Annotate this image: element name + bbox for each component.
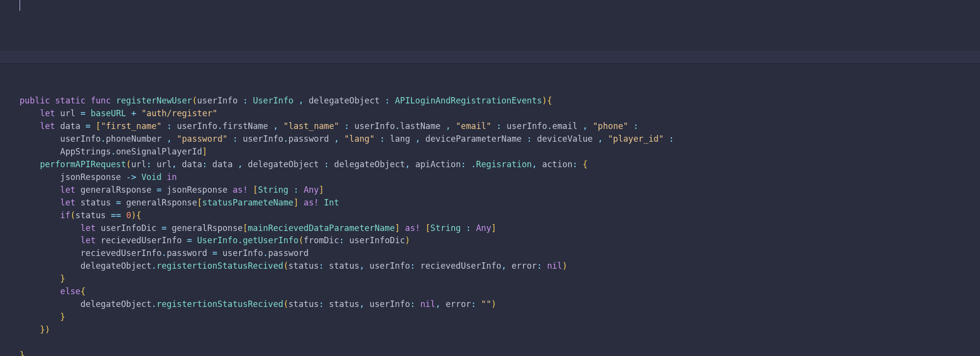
var: generalRsponse — [126, 198, 197, 207]
keyword-public: public — [20, 96, 50, 105]
var: userInfo — [222, 248, 263, 258]
function-call: performAPIRequest — [40, 159, 126, 169]
brace: { — [136, 210, 141, 220]
string: "first_name" — [101, 121, 162, 131]
string: "lang" — [344, 134, 374, 144]
colon: : — [339, 235, 344, 245]
colon: : — [669, 134, 674, 144]
colon: : — [243, 96, 247, 105]
dot: . — [162, 248, 167, 258]
arg-label: status — [288, 299, 318, 309]
var: status — [80, 198, 111, 207]
keyword-else: else — [60, 286, 80, 296]
string: "email" — [456, 121, 491, 131]
var: status — [75, 210, 106, 220]
keyword-let: let — [40, 108, 55, 118]
comma: , — [334, 134, 339, 144]
string: "password" — [177, 134, 227, 144]
type: String — [258, 185, 288, 195]
paren: ( — [298, 235, 303, 245]
prop: lastName — [400, 121, 441, 131]
brace: { — [583, 159, 588, 169]
var: userInfoDic — [101, 223, 157, 233]
closure-param: jsonResponse — [60, 172, 121, 182]
expr: userInfo — [507, 121, 547, 131]
comma: , — [415, 134, 420, 144]
paren: ( — [283, 261, 288, 271]
type: UserInfo — [253, 96, 294, 105]
colon: : — [319, 261, 324, 271]
colon: : — [527, 134, 532, 144]
arg-label: fromDic — [304, 235, 339, 245]
arg-label: userInfo — [369, 261, 410, 271]
var: url — [156, 159, 172, 169]
var: url — [60, 108, 75, 118]
type: Any — [304, 185, 319, 195]
brace: { — [80, 286, 85, 296]
param: userInfo — [197, 96, 238, 105]
expr: userInfo — [177, 121, 218, 131]
paren: ( — [71, 210, 75, 220]
comma: , — [436, 299, 441, 309]
type: UserInfo — [197, 235, 238, 245]
string: "" — [481, 299, 491, 309]
keyword-if: if — [60, 210, 71, 220]
bracket: [ — [253, 185, 258, 195]
var: userInfoDic — [349, 235, 405, 245]
colon: : — [572, 159, 577, 169]
var: jsonResponse — [167, 185, 227, 195]
keyword-let: let — [80, 235, 96, 245]
comma: , — [273, 121, 278, 131]
keyword-let: let — [60, 198, 75, 207]
colon: : — [380, 134, 385, 144]
colon: : — [147, 159, 151, 169]
code-editor[interactable]: public static func registerNewUser(userI… — [0, 89, 980, 356]
paren: ) — [491, 299, 496, 309]
string: "auth/register" — [141, 108, 217, 118]
bracket: ] — [395, 223, 400, 233]
colon: : — [471, 299, 476, 309]
comma: , — [172, 159, 177, 169]
paren: ) — [131, 210, 136, 220]
dot: . — [395, 121, 400, 131]
bracket: [ — [96, 121, 100, 131]
text-cursor — [20, 0, 20, 11]
var: recievedUserInfo — [420, 261, 502, 271]
brace: } — [60, 274, 65, 283]
keyword-as: as! — [233, 185, 248, 195]
dot: . — [471, 159, 476, 169]
expr: userInfo — [60, 134, 101, 144]
comma: , — [359, 299, 364, 309]
type: Void — [141, 172, 161, 182]
expr: userInfo — [243, 134, 283, 144]
comma: , — [405, 159, 410, 169]
param: delegateObject — [309, 96, 380, 105]
var: lang — [390, 134, 410, 144]
dot: . — [218, 121, 222, 131]
keyword-nil: nil — [547, 261, 562, 271]
op: = — [80, 108, 85, 118]
colon: : — [410, 261, 415, 271]
colon: : — [324, 159, 329, 169]
brace: { — [547, 96, 552, 105]
arg-label: delegateObject — [248, 159, 319, 169]
colon: : — [634, 121, 638, 131]
var: deviceParameterName — [425, 134, 522, 144]
var: mainRecievedDataParameterName — [248, 223, 395, 233]
number: 0 — [126, 210, 131, 220]
dot: . — [238, 235, 243, 245]
paren: ) — [405, 235, 410, 245]
colon: : — [167, 121, 172, 131]
prop: phoneNumber — [106, 134, 162, 144]
comma: , — [532, 159, 537, 169]
string: "phone" — [593, 121, 628, 131]
brace: } — [60, 312, 65, 322]
comma: , — [501, 261, 506, 271]
dot: . — [151, 299, 156, 309]
colon: : — [344, 121, 349, 131]
dot: . — [111, 147, 116, 156]
op: = — [212, 248, 217, 258]
paren: ) — [562, 261, 567, 271]
var: recievedUserInfo — [80, 248, 162, 258]
brace: } — [20, 350, 24, 356]
